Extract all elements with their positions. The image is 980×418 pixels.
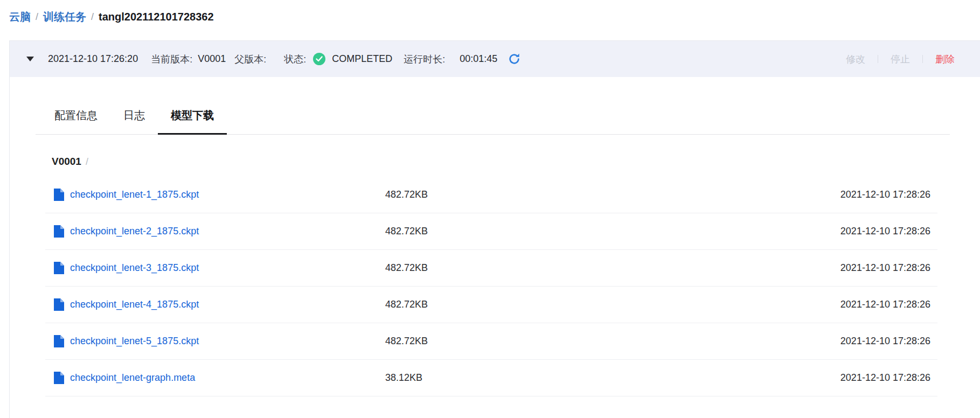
- table-row: checkpoint_lenet-3_1875.ckpt 482.72KB 20…: [45, 250, 937, 287]
- file-icon: [54, 298, 64, 311]
- file-modified-time: 2021-12-10 17:28:26: [428, 189, 937, 200]
- file-size: 482.72KB: [385, 262, 428, 274]
- version-path-separator: /: [86, 156, 88, 168]
- version-path-root[interactable]: V0001: [52, 156, 81, 168]
- file-download-link[interactable]: checkpoint_lenet-2_1875.ckpt: [70, 226, 199, 237]
- task-actions: 修改 停止 删除: [846, 53, 955, 66]
- breadcrumb-link-cloudbrain[interactable]: 云脑: [9, 10, 31, 24]
- breadcrumb: 云脑 / 训练任务 / tangl202112101728362: [9, 10, 214, 24]
- duration-label: 运行时长:: [404, 53, 445, 66]
- file-modified-time: 2021-12-10 17:28:26: [428, 262, 937, 274]
- file-download-link[interactable]: checkpoint_lenet-4_1875.ckpt: [70, 299, 199, 310]
- file-name-cell: checkpoint_lenet-3_1875.ckpt: [45, 262, 385, 274]
- file-download-link[interactable]: checkpoint_lenet-3_1875.ckpt: [70, 262, 199, 274]
- tab-config-info[interactable]: 配置信息: [41, 102, 110, 135]
- breadcrumb-separator: /: [91, 11, 94, 23]
- current-version-label: 当前版本:: [151, 53, 192, 66]
- action-divider: [878, 55, 878, 63]
- table-row: checkpoint_lenet-1_1875.ckpt 482.72KB 20…: [45, 177, 937, 213]
- file-name-cell: checkpoint_lenet-2_1875.ckpt: [45, 225, 385, 238]
- file-download-link[interactable]: checkpoint_lenet-graph.meta: [70, 372, 195, 384]
- file-size: 482.72KB: [385, 226, 428, 237]
- file-size: 482.72KB: [385, 299, 428, 310]
- file-modified-time: 2021-12-10 17:28:26: [422, 372, 937, 384]
- file-name-cell: checkpoint_lenet-graph.meta: [45, 372, 385, 384]
- file-download-link[interactable]: checkpoint_lenet-5_1875.ckpt: [70, 336, 199, 347]
- task-detail-card: 2021-12-10 17:26:20 当前版本: V0001 父版本: 状态:…: [9, 40, 980, 418]
- file-icon: [54, 225, 64, 238]
- table-row: checkpoint_lenet-5_1875.ckpt 482.72KB 20…: [45, 323, 937, 360]
- tab-bar: 配置信息 日志 模型下载: [36, 77, 950, 135]
- file-list: checkpoint_lenet-1_1875.ckpt 482.72KB 20…: [45, 177, 937, 396]
- table-row: checkpoint_lenet-4_1875.ckpt 482.72KB 20…: [45, 287, 937, 323]
- file-modified-time: 2021-12-10 17:28:26: [428, 226, 937, 237]
- file-name-cell: checkpoint_lenet-5_1875.ckpt: [45, 335, 385, 347]
- action-divider: [922, 55, 923, 63]
- modify-button[interactable]: 修改: [846, 53, 865, 66]
- status-badge: COMPLETED: [332, 53, 392, 65]
- duration-value: 00:01:45: [460, 53, 497, 65]
- file-modified-time: 2021-12-10 17:28:26: [428, 336, 937, 347]
- breadcrumb-link-training-tasks[interactable]: 训练任务: [43, 10, 86, 24]
- file-size: 38.12KB: [385, 372, 422, 384]
- table-row: checkpoint_lenet-graph.meta 38.12KB 2021…: [45, 360, 937, 396]
- refresh-icon[interactable]: [508, 53, 520, 65]
- breadcrumb-current-task: tangl202112101728362: [99, 11, 214, 23]
- file-modified-time: 2021-12-10 17:28:26: [428, 299, 937, 310]
- file-icon: [54, 189, 64, 201]
- task-header-bar: 2021-12-10 17:26:20 当前版本: V0001 父版本: 状态:…: [10, 41, 980, 77]
- file-icon: [54, 335, 64, 347]
- task-created-timestamp: 2021-12-10 17:26:20: [48, 53, 138, 65]
- tab-logs[interactable]: 日志: [110, 102, 158, 135]
- version-path: V0001 /: [52, 156, 980, 168]
- file-icon: [54, 262, 64, 274]
- file-size: 482.72KB: [385, 189, 428, 200]
- breadcrumb-separator: /: [36, 11, 38, 23]
- table-row: checkpoint_lenet-2_1875.ckpt 482.72KB 20…: [45, 213, 937, 250]
- stop-button[interactable]: 停止: [891, 53, 910, 66]
- file-name-cell: checkpoint_lenet-4_1875.ckpt: [45, 298, 385, 311]
- file-icon: [54, 372, 64, 384]
- collapse-caret-icon[interactable]: [26, 57, 34, 61]
- file-download-link[interactable]: checkpoint_lenet-1_1875.ckpt: [70, 189, 199, 200]
- file-name-cell: checkpoint_lenet-1_1875.ckpt: [45, 189, 385, 201]
- check-circle-icon: [313, 53, 325, 65]
- tab-model-download[interactable]: 模型下载: [158, 102, 227, 135]
- current-version-value: V0001: [198, 53, 226, 65]
- parent-version-label: 父版本:: [234, 53, 266, 66]
- status-label: 状态:: [284, 53, 306, 66]
- delete-button[interactable]: 删除: [935, 53, 955, 66]
- file-size: 482.72KB: [385, 336, 428, 347]
